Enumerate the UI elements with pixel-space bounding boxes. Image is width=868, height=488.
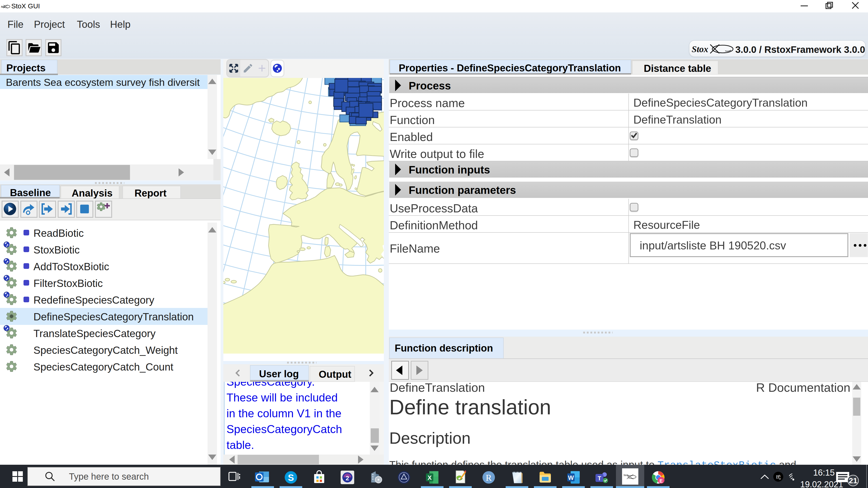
svg-text:2: 2 [346,475,349,482]
svg-text:Sto: Sto [1,5,4,8]
svg-text:Stox: Stox [692,44,708,54]
svg-text:T: T [598,475,601,482]
svg-text:Stox: Stox [623,473,629,477]
svg-text:S: S [288,473,294,483]
svg-text:X: X [428,474,432,481]
svg-text:o: o [779,477,781,480]
svg-text:21: 21 [849,476,857,485]
svg-text:E: E [659,478,662,484]
svg-text:W: W [568,474,574,481]
svg-text:R: R [486,473,492,483]
